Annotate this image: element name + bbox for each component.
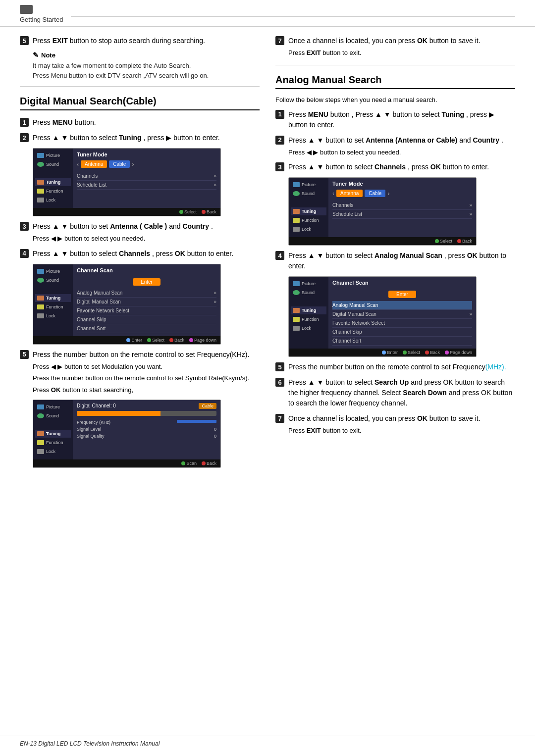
tv-tuning-icon: [37, 180, 44, 185]
tv-sound-icon-acs: [293, 290, 300, 295]
tv-chevron-left-1: ‹: [77, 161, 79, 168]
left-digital-step4: 4 Press ▲ ▼ button to select Channels , …: [20, 249, 260, 259]
footer-text: EN-13 Digital LED LCD Television Instruc…: [20, 740, 160, 747]
tv-picture-icon-ch: [37, 269, 44, 274]
tv-acs-row-fns: Favorite Network Select: [332, 319, 472, 328]
step-num-a2: 2: [275, 136, 284, 145]
analog-section-title: Analog Manual Search: [275, 74, 515, 89]
right-a6-text: Press ▲ ▼ button to select Search Up and…: [288, 377, 515, 408]
analog-intro: Follow the below steps when you need a m…: [275, 96, 515, 103]
tv-lock-icon-scan: [37, 449, 44, 454]
tv-ch-title: Channel Scan: [77, 267, 216, 273]
tv-tab-cable-at: Cable: [365, 190, 385, 197]
tv-btn-green-1: [179, 210, 183, 214]
tv-sidebar-lock-scan: Lock: [35, 448, 71, 455]
left-d5-line1: Press the number button on the remote co…: [33, 350, 260, 360]
right-step7-top-text: Once a channel is located, you can press…: [288, 36, 515, 46]
tv-sidebar-function: Function: [35, 187, 71, 195]
tv-ch-row-dms: Digital Manual Scan»: [77, 298, 216, 306]
tv-bottom-select-ch: Select: [147, 338, 164, 343]
tv-tab-antenna-1: Antenna: [81, 160, 107, 168]
tv-bottom-bar-ch: Enter Select Back Page down: [33, 336, 220, 344]
tv-function-icon-acs: [293, 317, 300, 322]
left-digital-step3: 3 Press ▲ ▼ button to set Antenna ( Cabl…: [20, 221, 260, 244]
tv-btn-green-ch: [147, 338, 151, 342]
tv-progress-fill: [77, 411, 160, 416]
tv-sidebar-function-acs: Function: [291, 315, 326, 323]
tv-bottom-bar-at: Select Back: [289, 237, 476, 245]
tv-tuning-icon-acs: [293, 308, 300, 313]
tv-sidebar-lock-at: Lock: [291, 225, 326, 233]
tv-signal-level-row: Signal Level 0: [77, 426, 216, 433]
left-d3-sub: Press ◀ ▶ button to select you needed.: [33, 234, 260, 244]
tv-bottom-select-at: Select: [435, 239, 452, 244]
tv-sidebar-picture-at: Picture: [291, 181, 326, 189]
tv-signal-quality-row: Signal Quality 0: [77, 433, 216, 440]
tv-picture-icon: [37, 153, 44, 158]
step-num-r7t: 7: [275, 36, 284, 45]
tv-acs-title: Channel Scan: [332, 280, 472, 286]
tv-tuning-icon-scan: [37, 431, 44, 436]
tv-picture-icon-scan: [37, 404, 44, 409]
tv-btn-red-scan: [202, 461, 206, 465]
tv-tab-cable-1: Cable: [109, 160, 130, 168]
tv-btn-red-ch: [169, 338, 173, 342]
tv-btn-green-scan: [181, 461, 185, 465]
step-num-d1: 1: [20, 118, 29, 127]
right-a1-text: Press MENU button , Press ▲ ▼ button to …: [288, 109, 515, 130]
tv-main-panel-at: Tuner Mode ‹ Antenna Cable › Channels» S…: [328, 178, 476, 237]
tv-bottom-bar-scan: Scan Back: [33, 459, 220, 467]
tv-sidebar-sound-ch: Sound: [35, 276, 71, 284]
tv-bottom-bar-acs: Enter Select Back Page down: [289, 349, 476, 356]
tv-menu-analog-tuner: Picture Sound Tuning F: [288, 177, 477, 246]
step-num-a3: 3: [275, 162, 284, 171]
tv-row-channels-1: Channels»: [77, 172, 216, 181]
tv-freq-bar: [177, 420, 216, 423]
tv-tab-antenna-at: Antenna: [336, 190, 363, 197]
tv-menu-analog-scan: Picture Sound Tuning F: [288, 276, 477, 357]
tv-sidebar-function-scan: Function: [35, 439, 71, 447]
section-label: Getting Started: [20, 16, 63, 23]
tv-sidebar-blank-ch: [35, 285, 71, 293]
tv-main-panel-ch: Channel Scan Enter Analog Manual Scan» D…: [73, 264, 220, 336]
tv-sidebar-blank-at: [291, 199, 326, 206]
tv-row-schedule-1: Schedule List»: [77, 181, 216, 190]
tv-acs-row-skip: Channel Skip: [332, 328, 472, 337]
left-step5-exit-text: Press EXIT button to stop auto search du…: [33, 36, 260, 46]
right-a2-sub: Press ◀ ▶ button to select you needed.: [288, 148, 515, 157]
tv-lock-icon-at: [293, 227, 300, 232]
tv-btn-purple-acs: [445, 351, 449, 354]
tv-sidebar-scan: Picture Sound Tuning F: [33, 400, 73, 459]
step-num-a4: 4: [275, 251, 284, 260]
top-icon: [20, 5, 33, 14]
note-block: ✎ Note It may take a few moment to compl…: [33, 51, 260, 80]
digital-section-title: Digital Manual Search(Cable): [20, 96, 260, 110]
tv-scan-header: Digital Channel: 0 Cable: [77, 403, 216, 409]
tv-sidebar-picture-ch: Picture: [35, 267, 71, 275]
tv-sidebar-tuning-scan: Tuning: [35, 430, 71, 438]
tv-sidebar-tuning-acs: Tuning: [291, 306, 326, 314]
tv-sidebar-sound-at: Sound: [291, 190, 326, 198]
tv-bottom-back-ch: Back: [169, 338, 184, 343]
tv-sidebar-sound-scan: Sound: [35, 412, 71, 420]
tv-bottom-back-acs: Back: [425, 350, 440, 355]
left-digital-step1: 1 Press MENU button.: [20, 117, 260, 128]
tv-enter-btn: Enter: [133, 278, 160, 286]
tv-at-row-schedule: Schedule List»: [332, 210, 472, 219]
tv-picture-icon-at: [293, 182, 300, 187]
tv-sidebar-function-at: Function: [291, 216, 326, 224]
tv-progress-bar: [77, 411, 216, 416]
tv-sidebar-lock-ch: Lock: [35, 312, 71, 320]
tv-acs-row-ams: Analog Manual Scan: [332, 301, 472, 310]
tv-sidebar-function-ch: Function: [35, 303, 71, 311]
left-step5-exit: 5 Press EXIT button to stop auto search …: [20, 36, 260, 46]
left-digital-step5: 5 Press the number button on the remote …: [20, 350, 260, 395]
right-a7-text: Once a channel is located, you can press…: [288, 413, 515, 424]
tv-sidebar-sound: Sound: [35, 160, 71, 168]
note-line1: It may take a few moment to complete the…: [33, 61, 260, 71]
right-analog-step2: 2 Press ▲ ▼ button to set Antenna (Anten…: [275, 135, 515, 157]
tv-tuning-icon-ch: [37, 296, 44, 301]
tv-sidebar-ch: Picture Sound Tuning F: [33, 264, 73, 336]
left-d5-line2: Press ◀ ▶ button to set Modulation you w…: [33, 362, 260, 372]
tv-scan-main: Digital Channel: 0 Cable Frequency (KHz)…: [73, 400, 220, 459]
